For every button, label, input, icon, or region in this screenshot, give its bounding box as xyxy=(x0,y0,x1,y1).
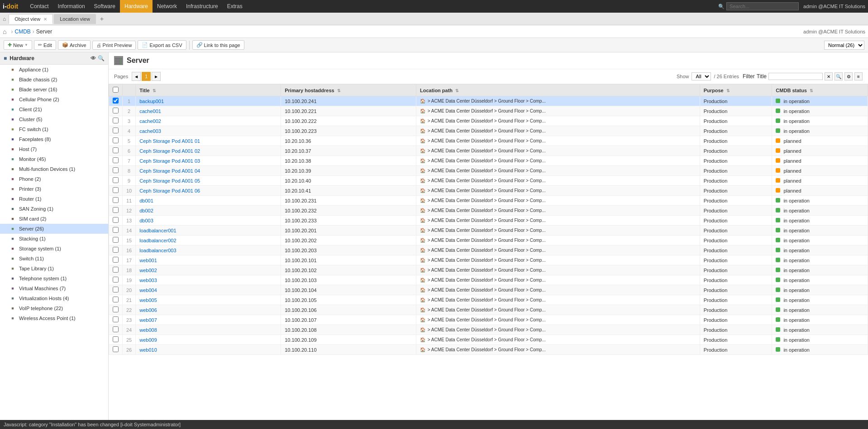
row-checkbox-input-23[interactable] xyxy=(113,326,119,332)
row-title-3[interactable]: cache003 xyxy=(136,126,281,136)
table-row[interactable]: 8 Ceph Storage Pod A001 04 10.20.10.39 🏠… xyxy=(109,166,868,176)
row-checkbox-input-17[interactable] xyxy=(113,267,119,273)
page-prev-btn[interactable]: ◄ xyxy=(132,72,141,81)
row-title-13[interactable]: loadbalancer001 xyxy=(136,226,281,236)
row-checkbox-10[interactable] xyxy=(109,196,123,206)
row-title-21[interactable]: web006 xyxy=(136,305,281,315)
row-title-4[interactable]: Ceph Storage Pod A001 01 xyxy=(136,136,281,146)
row-checkbox-input-11[interactable] xyxy=(113,207,119,213)
row-checkbox-input-13[interactable] xyxy=(113,227,119,233)
table-row[interactable]: 9 Ceph Storage Pod A001 05 10.20.10.40 🏠… xyxy=(109,176,868,186)
row-title-11[interactable]: db002 xyxy=(136,206,281,216)
sidebar-item-0[interactable]: ■ Appliance (1) xyxy=(0,65,108,75)
header-title[interactable]: Title ⇅ xyxy=(136,85,281,96)
table-row[interactable]: 6 Ceph Storage Pod A001 02 10.20.10.37 🏠… xyxy=(109,146,868,156)
row-checkbox-17[interactable] xyxy=(109,265,123,275)
sidebar-item-10[interactable]: ■ Multi-function Devices (1) xyxy=(0,164,108,174)
sidebar-item-21[interactable]: ■ Telephone system (1) xyxy=(0,273,108,283)
filter-options-btn[interactable]: ⚙ xyxy=(844,72,853,80)
new-button[interactable]: ✚ New ▼ xyxy=(4,40,32,50)
sidebar-item-23[interactable]: ■ Virtualization Hosts (4) xyxy=(0,293,108,303)
row-checkbox-12[interactable] xyxy=(109,216,123,226)
nav-item-infrastructure[interactable]: Infrastructure xyxy=(181,0,223,13)
new-tab-btn[interactable]: ＋ xyxy=(99,15,105,23)
header-cmdb-status[interactable]: CMDB status ⇅ xyxy=(772,85,868,96)
sidebar-item-17[interactable]: ■ Stacking (1) xyxy=(0,234,108,244)
nav-item-network[interactable]: Network xyxy=(153,0,181,13)
sidebar-item-16[interactable]: ■ Server (26) xyxy=(0,224,108,234)
row-title-10[interactable]: db001 xyxy=(136,196,281,206)
search-input[interactable] xyxy=(726,2,799,10)
table-row[interactable]: 5 Ceph Storage Pod A001 01 10.20.10.36 🏠… xyxy=(109,136,868,146)
row-checkbox-input-12[interactable] xyxy=(113,217,119,223)
sidebar-item-5[interactable]: ■ Cluster (5) xyxy=(0,114,108,124)
row-checkbox-7[interactable] xyxy=(109,166,123,176)
row-checkbox-25[interactable] xyxy=(109,345,123,355)
row-title-20[interactable]: web005 xyxy=(136,295,281,305)
row-title-24[interactable]: web009 xyxy=(136,335,281,345)
row-checkbox-15[interactable] xyxy=(109,245,123,255)
header-location[interactable]: Location path ⇅ xyxy=(416,85,700,96)
breadcrumb-home[interactable]: ⌂ xyxy=(3,28,6,35)
row-title-7[interactable]: Ceph Storage Pod A001 04 xyxy=(136,166,281,176)
row-checkbox-18[interactable] xyxy=(109,275,123,285)
row-title-0[interactable]: backup001 xyxy=(136,96,281,106)
table-row[interactable]: 4 cache003 10.100.20.223 🏠 > ACME Data C… xyxy=(109,126,868,136)
row-checkbox-input-7[interactable] xyxy=(113,167,119,173)
row-checkbox-input-5[interactable] xyxy=(113,147,119,153)
header-ip[interactable]: Primary hostaddress ⇅ xyxy=(281,85,416,96)
row-checkbox-input-25[interactable] xyxy=(113,346,119,352)
row-checkbox-input-15[interactable] xyxy=(113,247,119,253)
sidebar-item-9[interactable]: ■ Monitor (45) xyxy=(0,154,108,164)
new-dropdown-arrow[interactable]: ▼ xyxy=(24,43,28,47)
sidebar-item-2[interactable]: ■ Blade server (16) xyxy=(0,85,108,94)
row-title-8[interactable]: Ceph Storage Pod A001 05 xyxy=(136,176,281,186)
row-title-22[interactable]: web007 xyxy=(136,315,281,325)
select-all-checkbox[interactable] xyxy=(113,87,119,93)
table-row[interactable]: 11 db001 10.100.20.231 🏠 > ACME Data Cen… xyxy=(109,196,868,206)
row-checkbox-input-14[interactable] xyxy=(113,237,119,243)
table-row[interactable]: 18 web002 10.100.20.102 🏠 > ACME Data Ce… xyxy=(109,265,868,275)
row-title-16[interactable]: web001 xyxy=(136,255,281,265)
row-checkbox-input-20[interactable] xyxy=(113,297,119,302)
edit-button[interactable]: ✏ Edit xyxy=(34,40,56,50)
print-button[interactable]: 🖨 Print Preview xyxy=(92,41,136,50)
page-next-btn[interactable]: ► xyxy=(152,72,161,81)
row-checkbox-input-8[interactable] xyxy=(113,177,119,183)
row-title-14[interactable]: loadbalancer002 xyxy=(136,236,281,245)
table-row[interactable]: 17 web001 10.100.20.101 🏠 > ACME Data Ce… xyxy=(109,255,868,265)
sidebar-item-3[interactable]: ■ Cellular Phone (2) xyxy=(0,94,108,104)
table-row[interactable]: 21 web005 10.100.20.105 🏠 > ACME Data Ce… xyxy=(109,295,868,305)
row-title-5[interactable]: Ceph Storage Pod A001 02 xyxy=(136,146,281,156)
breadcrumb-cmdb[interactable]: CMDB xyxy=(14,28,30,35)
table-row[interactable]: 2 cache001 10.100.20.221 🏠 > ACME Data C… xyxy=(109,106,868,116)
sidebar-item-24[interactable]: ■ VoIP telephone (22) xyxy=(0,303,108,313)
row-checkbox-input-9[interactable] xyxy=(113,187,119,193)
row-checkbox-23[interactable] xyxy=(109,325,123,335)
row-checkbox-22[interactable] xyxy=(109,315,123,325)
row-title-9[interactable]: Ceph Storage Pod A001 06 xyxy=(136,186,281,196)
table-row[interactable]: 13 db003 10.100.20.233 🏠 > ACME Data Cen… xyxy=(109,216,868,226)
row-checkbox-9[interactable] xyxy=(109,186,123,196)
link-button[interactable]: 🔗 Link to this page xyxy=(192,40,244,50)
row-title-25[interactable]: web010 xyxy=(136,345,281,355)
row-checkbox-input-4[interactable] xyxy=(113,137,119,143)
row-checkbox-input-22[interactable] xyxy=(113,316,119,322)
row-title-18[interactable]: web003 xyxy=(136,275,281,285)
row-checkbox-1[interactable] xyxy=(109,106,123,116)
home-icon[interactable]: ⌂ xyxy=(3,16,6,22)
table-row[interactable]: 23 web007 10.100.20.107 🏠 > ACME Data Ce… xyxy=(109,315,868,325)
table-row[interactable]: 15 loadbalancer002 10.100.20.202 🏠 > ACM… xyxy=(109,236,868,245)
row-checkbox-input-24[interactable] xyxy=(113,336,119,342)
sidebar-item-25[interactable]: ■ Wireless Access Point (1) xyxy=(0,313,108,323)
row-checkbox-11[interactable] xyxy=(109,206,123,216)
row-checkbox-5[interactable] xyxy=(109,146,123,156)
row-title-1[interactable]: cache001 xyxy=(136,106,281,116)
table-row[interactable]: 1 backup001 10.100.20.241 🏠 > ACME Data … xyxy=(109,96,868,106)
header-checkbox-col[interactable] xyxy=(109,85,123,96)
table-row[interactable]: 24 web008 10.100.20.108 🏠 > ACME Data Ce… xyxy=(109,325,868,335)
row-checkbox-input-19[interactable] xyxy=(113,287,119,292)
tab-object-view-close[interactable]: ✕ xyxy=(43,17,47,22)
show-select[interactable]: All 25 50 xyxy=(692,72,711,80)
nav-item-software[interactable]: Software xyxy=(90,0,120,13)
